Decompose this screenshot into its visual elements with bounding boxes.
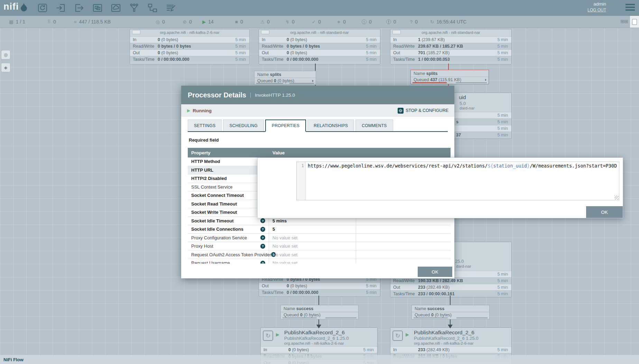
birdseye-icon[interactable]: ⊞⊞: [621, 19, 628, 24]
dialog-title: Processor Details: [188, 91, 246, 99]
stat-value: 0 bytes / 0 bytes: [158, 44, 191, 49]
stat-window: 5 min: [366, 290, 377, 295]
property-name: Socket Idle Timeout: [191, 218, 234, 223]
resize-handle-icon[interactable]: [614, 195, 619, 200]
property-name: Proxy Configuration Service: [191, 235, 247, 240]
stat-value-group: 1 (239.67 KB): [418, 37, 445, 42]
stat-value-group: 233 (282.49 KB): [418, 347, 450, 352]
locate-button[interactable]: ◎: [1, 50, 10, 59]
status-disabled-value: 0: [292, 19, 295, 25]
tab-comments[interactable]: COMMENTS: [355, 119, 393, 131]
stop-configure-button[interactable]: STOP & CONFIGURE: [398, 108, 448, 114]
property-row[interactable]: Proxy Host?No value set: [188, 242, 451, 251]
pan-button[interactable]: ◈: [1, 63, 10, 72]
queued-count: 0: [274, 78, 276, 83]
drop-icon: [20, 2, 27, 11]
label-icon[interactable]: [166, 3, 176, 13]
value-cell[interactable]: 5: [269, 225, 356, 233]
editor-ok-button[interactable]: OK: [586, 206, 623, 218]
stat-value-group: 1 / 00:00:00.053: [418, 57, 450, 62]
value-cell[interactable]: No value set: [269, 234, 356, 242]
status-locally-modified-stale-value: 0: [393, 19, 396, 25]
stat-label: Read/Write: [393, 44, 415, 49]
global-menu-icon[interactable]: [626, 4, 635, 12]
value-cell[interactable]: No value set: [269, 242, 356, 250]
tab-relationships[interactable]: RELATIONSHIPS: [307, 119, 354, 131]
property-row[interactable]: Request OAuth2 Access Token Provider?No …: [188, 251, 451, 259]
output-port-icon[interactable]: [74, 3, 84, 13]
stat-value: 0: [158, 50, 160, 55]
property-name: Socket Write Timeout: [191, 210, 237, 215]
property-row[interactable]: Socket Idle Connections?5: [188, 225, 451, 234]
connection-name-value: splits: [270, 72, 281, 77]
value-editor-popup: 1 https://www.pegelonline.wsv.de/webserv…: [257, 157, 623, 218]
stat-window: 5 min: [366, 57, 377, 62]
stat-window: 5 min: [366, 44, 377, 49]
help-icon[interactable]: ?: [260, 244, 265, 249]
processor-icon[interactable]: [37, 3, 48, 13]
logout-link[interactable]: LOG OUT: [587, 8, 606, 12]
status-transmitting-value: 0: [162, 19, 165, 25]
load-balance-icon: ◑: [484, 77, 487, 82]
stat-value-group: 0 (0 bytes): [287, 284, 307, 288]
stat-value-detail: (0 bytes): [289, 50, 307, 55]
status-stale: ↑0: [362, 19, 372, 25]
template-icon[interactable]: [147, 3, 158, 13]
stat-row: Out0 (0 bytes)5 min: [259, 282, 380, 289]
tab-scheduling[interactable]: SCHEDULING: [223, 119, 264, 131]
status-invalid-value: 0: [267, 19, 270, 25]
stat-value-group: 0 (0 bytes): [288, 347, 309, 352]
stat-value-detail: (282.49 KB): [425, 285, 450, 290]
processor-top-right[interactable]: org.apache.nifi - nifi-standard-narIn1 (…: [390, 29, 512, 64]
side-panel-toggle[interactable]: [630, 16, 639, 28]
funnel-icon[interactable]: [129, 3, 139, 13]
stat-label: Tasks/Time: [133, 57, 155, 62]
stat-label: In: [263, 347, 267, 352]
status-port-status-value: 0: [53, 19, 56, 25]
property-row[interactable]: Request Username?No value set: [188, 259, 451, 264]
disabled-icon: ↯: [286, 19, 289, 25]
stop-configure-label: STOP & CONFIGURE: [406, 108, 448, 113]
property-row[interactable]: Proxy Configuration Service?No value set: [188, 234, 451, 242]
help-icon[interactable]: ?: [260, 235, 265, 240]
stat-window: 5 min: [235, 50, 246, 55]
gear-icon: [398, 108, 404, 114]
connection-success-right[interactable]: Name successQueued 0 (0 bytes): [411, 305, 490, 319]
stat-value-group: 0 bytes / 0 bytes: [287, 44, 320, 49]
up-to-date-icon: ✓: [312, 19, 316, 25]
property-column-header: Property: [188, 150, 269, 155]
status-transmitting: ◎0: [156, 19, 165, 25]
connection-splits-right[interactable]: Name splitsQueued 437 (115.91 KB)◑: [410, 70, 489, 84]
stat-value: 1 / 00:00:00.053: [418, 57, 450, 62]
logo-text: nifi: [3, 1, 19, 12]
remote-process-group-icon[interactable]: [111, 3, 121, 13]
value-cell[interactable]: No value set: [269, 259, 356, 264]
process-group-icon[interactable]: [92, 3, 103, 13]
tab-properties[interactable]: PROPERTIES: [265, 119, 306, 132]
properties-table-header: Property Value: [188, 148, 451, 157]
stat-row: Read/Write0 bytes / 0 bytes5 min: [259, 43, 380, 50]
help-icon[interactable]: ?: [260, 218, 265, 223]
value-column-header: Value: [269, 150, 356, 155]
stat-window: 5 min: [497, 50, 508, 55]
connection-splits-left[interactable]: Name splitsQueued 0 (0 bytes)◑: [254, 71, 316, 85]
stat-value: 233: [418, 285, 425, 290]
help-icon[interactable]: ?: [260, 227, 265, 232]
dialog-ok-button[interactable]: OK: [418, 267, 452, 277]
stat-value: 0: [287, 50, 289, 55]
queued-size: (115.91 KB): [437, 77, 461, 82]
connection-success-left[interactable]: Name successQueued 0 (0 bytes): [280, 305, 359, 319]
connection-name: Name splits: [414, 71, 437, 76]
stat-value-group: s: [456, 119, 459, 124]
stat-window: 5 min: [497, 347, 508, 352]
editor-content[interactable]: https://www.pegelonline.wsv.de/webservic…: [306, 162, 619, 200]
value-editor[interactable]: 1 https://www.pegelonline.wsv.de/webserv…: [296, 162, 619, 200]
tab-settings[interactable]: SETTINGS: [188, 119, 222, 131]
value-cell[interactable]: No value set: [269, 251, 356, 259]
current-user: admin: [587, 1, 606, 7]
input-port-icon[interactable]: [56, 3, 66, 13]
processor-top-middle[interactable]: org.apache.nifi - nifi-standard-narIn0 (…: [259, 29, 380, 64]
processor-top-left[interactable]: org.apache.nifi - nifi-kafka-2-6-narIn0 …: [130, 29, 250, 64]
breadcrumb[interactable]: NiFi Flow: [3, 357, 24, 362]
help-icon[interactable]: ?: [260, 261, 265, 264]
